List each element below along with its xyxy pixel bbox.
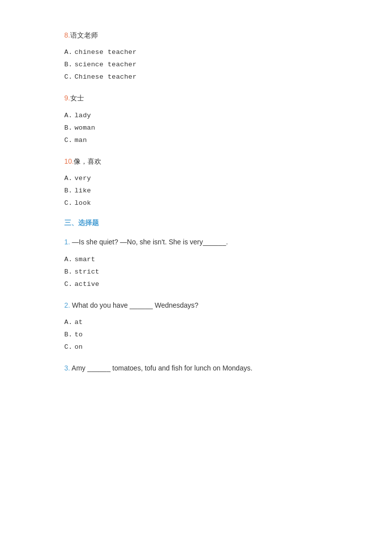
- part3-question-2-title: 2. What do you have ______ Wednesdays?: [64, 300, 328, 311]
- question-8-option-b: B.science teacher: [64, 61, 328, 68]
- question-9-title: 9.女士: [64, 92, 328, 103]
- part3-question-1: 1. —Is she quiet? —No, she isn't. She is…: [64, 236, 328, 287]
- question-8-option-c: C.Chinese teacher: [64, 73, 328, 81]
- part3-question-1-option-c: C.active: [64, 280, 328, 288]
- part3-question-2-option-a: A.at: [64, 319, 328, 326]
- part3-question-2-number: 2.: [64, 301, 70, 309]
- part3-question-2-option-b: B.to: [64, 331, 328, 338]
- question-10-option-c: C.look: [64, 199, 328, 207]
- part3-question-3: 3. Amy ______ tomatoes, tofu and fish fo…: [64, 363, 328, 373]
- question-9-number: 9.: [64, 94, 70, 102]
- question-9-option-c: C.man: [64, 137, 328, 144]
- part3-question-2-text: What do you have ______ Wednesdays?: [70, 301, 199, 309]
- question-9-option-a: A.lady: [64, 112, 328, 119]
- part3-questions: 1. —Is she quiet? —No, she isn't. She is…: [64, 236, 328, 373]
- question-10-option-a: A.very: [64, 175, 328, 182]
- question-10-option-b: B.like: [64, 187, 328, 194]
- question-9-option-b: B.woman: [64, 124, 328, 132]
- part3-question-1-title: 1. —Is she quiet? —No, she isn't. She is…: [64, 236, 328, 247]
- part3-question-1-option-b: B.strict: [64, 268, 328, 276]
- question-9: 9.女士 A.lady B.woman C.man: [64, 92, 328, 143]
- question-8-title: 8.语文老师: [64, 30, 328, 41]
- question-10-title: 10.像，喜欢: [64, 156, 328, 167]
- question-8-chinese: 语文老师: [70, 31, 98, 39]
- part3-question-3-title: 3. Amy ______ tomatoes, tofu and fish fo…: [64, 363, 328, 373]
- question-8: 8.语文老师 A.chinese teacher B.science teach…: [64, 30, 328, 81]
- question-8-number: 8.: [64, 31, 70, 39]
- part3-question-1-text: —Is she quiet? —No, she isn't. She is ve…: [70, 238, 228, 246]
- part3-question-2-option-c: C.on: [64, 343, 328, 351]
- part3-question-3-text: Amy ______ tomatoes, tofu and fish for l…: [70, 364, 253, 372]
- part2-questions: 8.语文老师 A.chinese teacher B.science teach…: [64, 30, 328, 207]
- question-8-option-a: A.chinese teacher: [64, 48, 328, 56]
- question-9-chinese: 女士: [70, 94, 84, 102]
- question-10-number: 10.: [64, 157, 74, 165]
- part3-question-3-number: 3.: [64, 364, 70, 372]
- part3-question-1-option-a: A.smart: [64, 256, 328, 263]
- part3-question-2: 2. What do you have ______ Wednesdays? A…: [64, 300, 328, 351]
- part3-header: 三、选择题: [64, 219, 328, 228]
- question-10-chinese: 像，喜欢: [74, 157, 101, 165]
- question-10: 10.像，喜欢 A.very B.like C.look: [64, 156, 328, 207]
- part3-question-1-number: 1.: [64, 238, 70, 246]
